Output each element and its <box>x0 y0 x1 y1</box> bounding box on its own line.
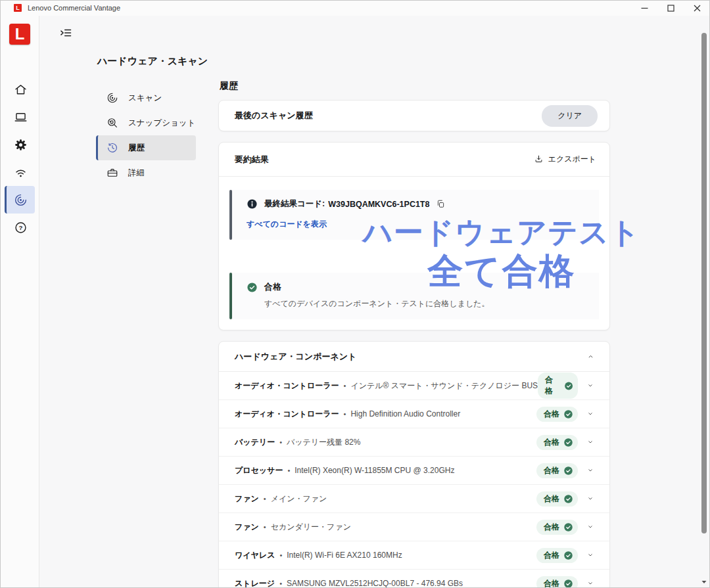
check-circle-icon <box>247 282 258 293</box>
result-code-value: W39JBQAMKVC6-1PC1T8 <box>328 200 429 209</box>
svg-text:?: ? <box>19 224 23 231</box>
pass-result-block: 合格 すべてのデバイスのコンポーネント・テストに合格しました。 <box>229 273 599 319</box>
sidebar-item-help[interactable]: ? <box>5 214 35 241</box>
lenovo-logo: L <box>9 24 30 45</box>
check-circle-icon <box>563 466 573 476</box>
component-description: High Definition Audio Controller <box>350 409 460 418</box>
result-code-label: 最終結果コード: <box>264 198 325 210</box>
minimize-icon <box>641 5 648 12</box>
status-label: 合格 <box>544 465 559 476</box>
gear-icon <box>14 138 28 152</box>
status-badge: 合格 <box>536 548 578 563</box>
collapse-components-button[interactable] <box>580 347 600 367</box>
subnav-item-scan[interactable]: スキャン <box>96 85 196 110</box>
component-name: ワイヤレス <box>235 550 275 561</box>
clear-button[interactable]: クリア <box>542 105 598 127</box>
subnav-item-details[interactable]: 詳細 <box>96 160 196 185</box>
vertical-scrollbar <box>699 16 709 588</box>
copy-icon <box>436 199 446 209</box>
sidebar-item-device[interactable] <box>5 103 35 131</box>
history-heading: 履歴 <box>220 80 610 92</box>
last-scan-card: 最後のスキャン履歴 クリア <box>218 100 610 131</box>
component-row-processor[interactable]: プロセッサー • Intel(R) Xeon(R) W-11855M CPU @… <box>219 457 609 485</box>
component-row-storage[interactable]: ストレージ • SAMSUNG MZVL2512HCJQ-00BL7 - 476… <box>219 570 609 588</box>
scrollbar-thumb[interactable] <box>701 33 707 533</box>
pass-description: すべてのデバイスのコンポーネント・テストに合格しました。 <box>264 298 489 309</box>
expand-row-button[interactable] <box>580 574 600 588</box>
status-badge: 合格 <box>536 463 578 478</box>
main-content: 履歴 最後のスキャン履歴 クリア 要約結果 エクスポート <box>218 80 610 588</box>
components-title: ハードウェア・コンポーネント <box>235 351 356 363</box>
sidebar-item-home[interactable] <box>5 76 35 103</box>
export-button[interactable]: エクスポート <box>534 154 596 165</box>
component-row-fan-main[interactable]: ファン • メイン・ファン 合格 <box>219 485 609 513</box>
component-description: セカンダリー・ファン <box>271 522 351 533</box>
component-row-wireless[interactable]: ワイヤレス • Intel(R) Wi-Fi 6E AX210 160MHz 合… <box>219 541 609 570</box>
chevron-down-icon <box>586 466 594 474</box>
sidebar-item-hardware-scan[interactable] <box>5 186 35 214</box>
status-label: 合格 <box>544 409 559 420</box>
component-row-audio-2[interactable]: オーディオ・コントローラー • High Definition Audio Co… <box>219 400 609 428</box>
close-button[interactable] <box>684 0 710 16</box>
scroll-down-button[interactable] <box>701 577 707 584</box>
copy-code-button[interactable] <box>436 199 446 209</box>
component-row-audio-1[interactable]: オーディオ・コントローラー • インテル® スマート・サウンド・テクノロジー B… <box>219 372 609 400</box>
subnav-label-scan: スキャン <box>128 93 162 104</box>
expand-row-button[interactable] <box>580 404 600 424</box>
subnav-label-details: 詳細 <box>128 168 145 179</box>
window-title: Lenovo Commercial Vantage <box>28 4 120 12</box>
subnav-label-history: 履歴 <box>128 143 145 154</box>
maximize-button[interactable] <box>657 0 684 16</box>
chevron-down-icon <box>586 382 594 390</box>
scroll-down-arrow-icon <box>701 579 707 585</box>
home-icon <box>14 83 28 97</box>
component-row-fan-secondary[interactable]: ファン • セカンダリー・ファン 合格 <box>219 513 609 541</box>
summary-card-header: 要約結果 エクスポート <box>219 143 609 177</box>
chevron-down-icon <box>586 438 594 446</box>
expand-row-button[interactable] <box>580 545 600 565</box>
chevron-down-icon <box>586 551 594 559</box>
check-circle-icon <box>563 551 573 560</box>
separator-dot: • <box>279 438 282 446</box>
status-label: 合格 <box>544 522 559 533</box>
separator-dot: • <box>279 551 282 559</box>
page-title: ハードウェア・スキャン <box>97 55 208 68</box>
separator-dot: • <box>344 382 346 390</box>
collapse-menu-button[interactable] <box>58 26 74 41</box>
history-icon <box>106 142 118 154</box>
component-name: オーディオ・コントローラー <box>235 409 339 420</box>
last-scan-label: 最後のスキャン履歴 <box>235 110 313 122</box>
wifi-icon <box>14 166 28 179</box>
chevron-up-icon <box>586 352 595 361</box>
expand-row-button[interactable] <box>580 432 600 452</box>
menu-collapse-icon <box>59 26 73 39</box>
component-row-battery[interactable]: バッテリー • バッテリー残量 82% 合格 <box>219 428 609 457</box>
pass-title: 合格 <box>264 281 281 293</box>
snapshot-icon <box>106 117 118 129</box>
expand-row-button[interactable] <box>580 461 600 480</box>
info-icon <box>247 198 258 210</box>
component-name: ファン <box>235 522 259 533</box>
subnav-item-snapshot[interactable]: スナップショット <box>96 110 196 135</box>
app-logo-icon: L <box>14 4 22 12</box>
check-circle-icon <box>564 381 573 391</box>
status-label: 合格 <box>544 437 559 448</box>
check-circle-icon <box>563 438 573 447</box>
show-all-codes-link[interactable]: すべてのコードを表示 <box>247 219 327 230</box>
expand-row-button[interactable] <box>580 376 600 396</box>
laptop-icon <box>14 110 28 124</box>
summary-gap <box>219 240 609 260</box>
export-label: エクスポート <box>548 154 596 165</box>
details-toolbox-icon <box>106 167 118 179</box>
chevron-down-icon <box>586 579 594 587</box>
separator-dot: • <box>264 495 266 503</box>
sidebar-item-settings[interactable] <box>5 131 35 158</box>
status-badge: 合格 <box>538 373 578 399</box>
sidebar-item-wifi-security[interactable] <box>5 158 35 186</box>
minimize-button[interactable] <box>631 0 657 16</box>
expand-row-button[interactable] <box>580 517 600 537</box>
subnav-item-history[interactable]: 履歴 <box>96 135 196 160</box>
expand-row-button[interactable] <box>580 489 600 509</box>
components-card-header: ハードウェア・コンポーネント <box>219 342 609 372</box>
download-icon <box>534 154 544 164</box>
